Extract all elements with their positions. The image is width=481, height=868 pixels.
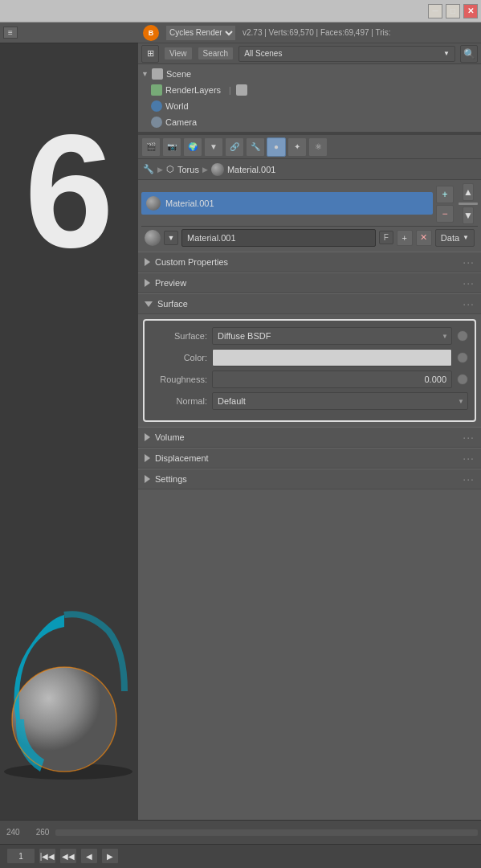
object-svg (0, 595, 138, 804)
scenes-dropdown-arrow: ▼ (443, 50, 450, 57)
play-forward-button[interactable]: ▶ (101, 848, 119, 864)
color-field-value[interactable] (212, 349, 452, 366)
object-props-icon[interactable]: ▼ (204, 137, 223, 157)
outliner-icon-btn[interactable]: ⊞ (141, 45, 159, 63)
timeline-bar: 240 260 (0, 821, 481, 845)
custom-properties-section[interactable]: Custom Properties ··· (138, 252, 481, 272)
volume-triangle (145, 433, 150, 441)
surface-row: Surface: Diffuse BSDF (151, 327, 468, 345)
particles-icon[interactable]: ✦ (287, 137, 307, 157)
prev-step-button[interactable]: ◀ (80, 848, 98, 864)
volume-section[interactable]: Volume ··· (138, 427, 481, 448)
displacement-section[interactable]: Displacement ··· (138, 448, 481, 469)
material-add-button[interactable]: + (397, 230, 413, 246)
render-engine-dropdown[interactable]: Cycles Render (165, 25, 236, 41)
maximize-button[interactable]: □ (446, 4, 460, 18)
displacement-triangle (145, 454, 150, 462)
material-move-up-button[interactable]: ▲ (463, 183, 474, 201)
surface-field-value[interactable]: Diffuse BSDF (212, 327, 452, 345)
version-info: v2.73 | Verts:69,570 | Faces:69,497 | Tr… (243, 28, 391, 37)
material-data-dropdown[interactable]: Data ▼ (435, 229, 475, 247)
world-props-icon[interactable]: 🌍 (183, 137, 202, 157)
frame-numbers: 240 260 (6, 828, 49, 837)
prev-frame-button[interactable]: ◀◀ (59, 848, 77, 864)
volume-label: Volume (155, 432, 185, 442)
color-field-dot[interactable] (457, 352, 468, 363)
settings-section[interactable]: Settings ··· (138, 469, 481, 489)
material-sphere-icon (211, 163, 224, 176)
properties-panel: B Cycles Render v2.73 | Verts:69,570 | F… (138, 23, 481, 820)
close-button[interactable]: ✕ (463, 4, 478, 18)
normal-row: Normal: Default (151, 392, 468, 410)
material-delete-button[interactable]: ✕ (416, 230, 432, 246)
bottom-bar: 240 260 |◀◀ ◀◀ ◀ ▶ (0, 820, 481, 868)
preview-triangle (145, 279, 150, 287)
breadcrumb-torus: Torus (177, 165, 199, 174)
outliner-toolbar: ⊞ View Search All Scenes ▼ 🔍 (138, 43, 481, 64)
material-add-slot-button[interactable]: + (436, 186, 454, 203)
preview-section[interactable]: Preview ··· (138, 272, 481, 293)
scene-label: Scene (166, 69, 191, 79)
material-drag-handle (459, 203, 478, 205)
scene-collapse-arrow: ▼ (141, 70, 149, 78)
mat-preview-sphere (145, 230, 161, 246)
info-bar: B Cycles Render v2.73 | Verts:69,570 | F… (138, 23, 481, 43)
surface-label: Surface (157, 299, 188, 309)
roughness-field-value[interactable]: 0.000 (212, 371, 452, 388)
roughness-row: Roughness: 0.000 (151, 371, 468, 388)
title-bar: ─ □ ✕ (0, 0, 481, 23)
custom-props-triangle (145, 258, 150, 266)
surface-field-dot[interactable] (457, 330, 468, 342)
torus-icon: ⬡ (166, 164, 174, 174)
breadcrumb-sep1: ▶ (157, 166, 163, 174)
physics-icon[interactable]: ⚛ (308, 137, 328, 157)
outliner-item-scene[interactable]: ▼ Scene (138, 66, 481, 82)
render-icon[interactable]: 🎬 (141, 137, 161, 157)
custom-properties-label: Custom Properties (155, 257, 228, 267)
search-button[interactable]: Search (198, 47, 234, 60)
outliner-item-camera[interactable]: Camera (138, 114, 481, 130)
surface-inner: Surface: Diffuse BSDF Color: Roughness: (143, 319, 476, 422)
modifiers-icon[interactable]: 🔧 (246, 137, 265, 157)
material-icon[interactable]: ● (267, 137, 286, 157)
view-button[interactable]: View (164, 47, 193, 60)
frame-end-label: 260 (36, 828, 50, 837)
outliner-item-renderlayers[interactable]: RenderLayers | (138, 82, 481, 98)
roughness-field-label: Roughness: (151, 375, 207, 384)
viewport-menu-button[interactable]: ≡ (3, 27, 18, 39)
color-field-label: Color: (151, 353, 207, 362)
playback-bar: |◀◀ ◀◀ ◀ ▶ (0, 845, 481, 867)
surface-dots: ··· (463, 297, 475, 310)
surface-triangle (145, 301, 153, 307)
constraints-icon[interactable]: 🔗 (225, 137, 244, 157)
data-dropdown-arrow: ▼ (463, 234, 469, 241)
search-icon[interactable]: 🔍 (460, 45, 478, 63)
color-row: Color: (151, 349, 468, 366)
material-list-item[interactable]: Material.001 (141, 192, 433, 215)
current-frame-input[interactable] (6, 848, 35, 864)
properties-scroll-area[interactable]: Custom Properties ··· Preview ··· Surfac… (138, 252, 481, 820)
jump-start-button[interactable]: |◀◀ (39, 848, 56, 864)
surface-content: Surface: Diffuse BSDF Color: Roughness: (138, 314, 481, 427)
preview-dots: ··· (463, 276, 475, 289)
viewport-scene (0, 92, 138, 820)
material-name-input[interactable] (181, 229, 376, 247)
material-move-down-button[interactable]: ▼ (463, 207, 474, 224)
world-icon (151, 100, 162, 112)
normal-field-value[interactable]: Default (212, 392, 468, 410)
minimize-button[interactable]: ─ (428, 4, 442, 18)
surface-section-header[interactable]: Surface ··· (138, 293, 481, 314)
outliner-item-world[interactable]: World (138, 98, 481, 114)
roughness-field-dot[interactable] (457, 374, 468, 385)
mat-type-dropdown[interactable]: ▼ (164, 231, 178, 245)
blender-logo: B (143, 25, 159, 41)
material-remove-slot-button[interactable]: − (436, 205, 454, 223)
scene-props-icon[interactable]: 📷 (162, 137, 181, 157)
scenes-dropdown[interactable]: All Scenes ▼ (238, 46, 455, 62)
mat-sphere-icon (146, 196, 161, 211)
material-list-name: Material.001 (165, 199, 214, 208)
material-f-badge: F (379, 231, 393, 244)
surface-field-label: Surface: (151, 331, 207, 341)
normal-field-label: Normal: (151, 396, 207, 406)
timeline-slider[interactable] (55, 829, 478, 836)
